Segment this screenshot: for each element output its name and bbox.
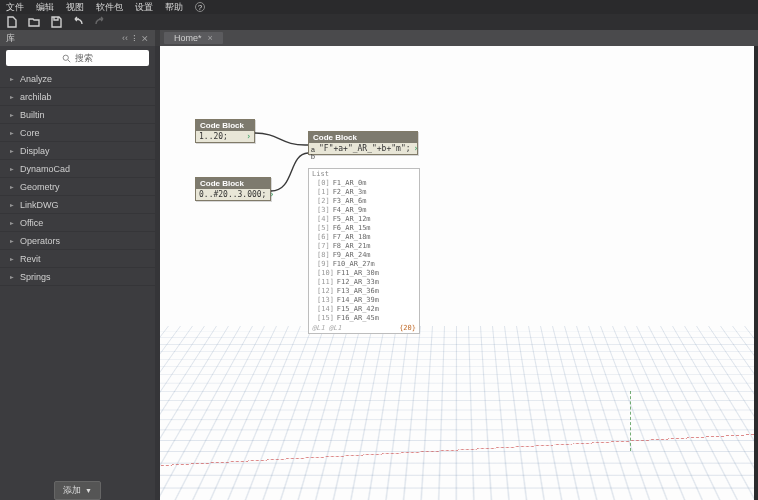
lib-pin-icon[interactable]: ⫶ [132,33,137,43]
svg-point-0 [63,55,68,60]
add-button[interactable]: 添加 ▼ [54,481,101,500]
output-row: [0]F1_AR_0m [309,179,419,188]
axis-y [630,391,631,451]
output-row: [9]F10_AR_27m [309,260,419,269]
save-icon[interactable] [50,16,62,28]
chevron-right-icon: ▸ [10,237,14,243]
right-gutter [754,46,758,500]
chevron-right-icon: ▸ [10,255,14,261]
output-row: [2]F3_AR_6m [309,197,419,206]
menu-settings[interactable]: 设置 [135,1,153,14]
library-item-analyze[interactable]: ▸Analyze [0,70,155,88]
library-panel: 搜索 ▸Analyze▸archilab▸Builtin▸Core▸Displa… [0,46,155,500]
library-item-label: Revit [20,254,41,264]
menu-bar: 文件 编辑 视图 软件包 设置 帮助 ? [0,0,758,14]
help-icon[interactable]: ? [195,2,205,12]
output-row: [14]F15_AR_42m [309,305,419,314]
menu-packages[interactable]: 软件包 [96,1,123,14]
library-item-label: Core [20,128,40,138]
output-row: [6]F7_AR_18m [309,233,419,242]
toolbar [0,14,758,30]
open-file-icon[interactable] [28,16,40,28]
library-item-label: Builtin [20,110,45,120]
search-icon [62,54,71,63]
library-item-dynamocad[interactable]: ▸DynamoCad [0,160,155,178]
new-file-icon[interactable] [6,16,18,28]
library-item-builtin[interactable]: ▸Builtin [0,106,155,124]
out-port-icon[interactable]: › [414,144,419,153]
in-port-b[interactable]: b [311,153,315,160]
library-item-revit[interactable]: ▸Revit [0,250,155,268]
node-title: Code Block [313,133,357,142]
sub-header: 库 ‹‹ ⫶ ⨯ Home* × [0,30,758,46]
chevron-right-icon: ▸ [10,111,14,117]
undo-icon[interactable] [72,16,84,28]
out-port-icon[interactable]: › [246,132,251,141]
output-dims: @L1 @L1 [312,324,342,332]
output-row: [10]F11_AR_30m [309,269,419,278]
chevron-right-icon: ▸ [10,93,14,99]
library-item-label: archilab [20,92,52,102]
library-item-label: DynamoCad [20,164,70,174]
library-item-archilab[interactable]: ▸archilab [0,88,155,106]
out-port-icon[interactable]: › [269,190,274,199]
add-button-label: 添加 [63,484,81,497]
menu-edit[interactable]: 编辑 [36,1,54,14]
tab-close-icon[interactable]: × [208,33,213,43]
chevron-right-icon: ▸ [10,129,14,135]
node-code-block-2[interactable]: Code Block 0..#20..3.000; › [195,177,271,201]
chevron-right-icon: ▸ [10,219,14,225]
search-placeholder: 搜索 [75,52,93,65]
output-row: [4]F5_AR_12m [309,215,419,224]
menu-view[interactable]: 视图 [66,1,84,14]
library-item-geometry[interactable]: ▸Geometry [0,178,155,196]
redo-icon[interactable] [94,16,106,28]
lib-collapse-icon[interactable]: ‹‹ [122,33,128,43]
library-item-office[interactable]: ▸Office [0,214,155,232]
lib-close-icon[interactable]: ⨯ [141,33,149,43]
chevron-right-icon: ▸ [10,183,14,189]
chevron-right-icon: ▸ [10,147,14,153]
output-row: [15]F16_AR_45m [309,314,419,323]
tab-home-label: Home* [174,33,202,43]
library-item-label: LinkDWG [20,200,59,210]
library-item-label: Operators [20,236,60,246]
library-item-linkdwg[interactable]: ▸LinkDWG [0,196,155,214]
library-item-label: Analyze [20,74,52,84]
output-row: [3]F4_AR_9m [309,206,419,215]
node-title: Code Block [200,179,244,188]
output-row: [13]F14_AR_39m [309,296,419,305]
node-code[interactable]: 1..20; [199,132,228,141]
in-port-a[interactable]: a [311,146,315,153]
search-input[interactable]: 搜索 [6,50,149,66]
chevron-down-icon: ▼ [85,487,92,494]
node-code-block-3[interactable]: Code Block a b "F"+a+"_AR_"+b+"m"; › [308,131,418,155]
tab-strip: Home* × [160,30,758,46]
library-list: ▸Analyze▸archilab▸Builtin▸Core▸Display▸D… [0,70,155,473]
graph-canvas[interactable]: Code Block 1..20; › Code Block 0..#20..3… [160,46,754,500]
output-row: [5]F6_AR_15m [309,224,419,233]
node-code-block-1[interactable]: Code Block 1..20; › [195,119,255,143]
library-item-label: Office [20,218,43,228]
axis-x [161,434,754,466]
output-row: [1]F2_AR_3m [309,188,419,197]
library-item-display[interactable]: ▸Display [0,142,155,160]
output-row: [12]F13_AR_36m [309,287,419,296]
node-code[interactable]: "F"+a+"_AR_"+b+"m"; [319,144,411,153]
chevron-right-icon: ▸ [10,75,14,81]
node-code[interactable]: 0..#20..3.000; [199,190,266,199]
output-row: [7]F8_AR_21m [309,242,419,251]
tab-home[interactable]: Home* × [164,32,223,44]
library-item-label: Springs [20,272,51,282]
output-row: [8]F9_AR_24m [309,251,419,260]
library-item-operators[interactable]: ▸Operators [0,232,155,250]
library-item-core[interactable]: ▸Core [0,124,155,142]
output-count: {20} [399,324,416,332]
library-item-springs[interactable]: ▸Springs [0,268,155,286]
menu-file[interactable]: 文件 [6,1,24,14]
menu-help[interactable]: 帮助 [165,1,183,14]
library-title: 库 [6,32,15,45]
node-output-preview[interactable]: List [0]F1_AR_0m[1]F2_AR_3m[2]F3_AR_6m[3… [308,168,420,334]
library-item-label: Geometry [20,182,60,192]
node-title: Code Block [200,121,244,130]
